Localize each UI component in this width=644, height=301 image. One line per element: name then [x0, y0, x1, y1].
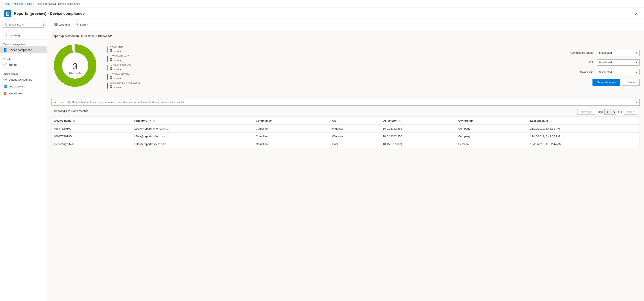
- toolbar: Columns Export: [47, 20, 644, 30]
- svg-line-24: [56, 103, 56, 103]
- cell-os_version: 10.0.18362.356: [380, 133, 456, 140]
- svg-rect-12: [4, 92, 6, 95]
- svg-rect-16: [54, 23, 55, 26]
- sidebar-search-wrap: 🔍 «: [0, 20, 47, 30]
- compliance-status-select-wrap: 5 selected: [597, 50, 640, 56]
- export-label: Export: [80, 23, 88, 27]
- report-area: Report generated on: 11/18/2019, 11:06:4…: [47, 30, 644, 301]
- workbooks-icon: [4, 92, 7, 95]
- legend-bar: [107, 74, 108, 80]
- legend-category: NOT EVALUATED: [110, 73, 129, 76]
- sidebar-label-device-compliance: Device compliance: [8, 48, 32, 52]
- table-row: Reporting's MacLDay@reportmsftem.onm...C…: [52, 140, 640, 148]
- filter-actions: Generate again Cancel: [570, 79, 640, 86]
- cell-primary_upn: LDay@reportmsftem.onm...: [132, 133, 253, 140]
- next-button[interactable]: Next >: [624, 109, 637, 115]
- donut-label: DEVICES: [69, 72, 81, 74]
- legend-bar: [107, 83, 108, 89]
- os-filter: OS 9 selected: [570, 59, 640, 66]
- sidebar-divider-2: [0, 54, 47, 54]
- cell-os: Windows: [330, 133, 380, 140]
- legend-count: 0: [110, 67, 112, 71]
- svg-rect-18: [56, 23, 57, 26]
- pagination: < Previous Page 1 of 1 Next >: [577, 109, 637, 115]
- table-meta-row: Showing 1 to 3 of 3 records < Previous P…: [52, 107, 640, 117]
- sort-icon: ↑↓: [474, 120, 476, 122]
- page-icon: [4, 10, 11, 17]
- sidebar-item-device-compliance[interactable]: Device compliance: [0, 46, 47, 53]
- generate-again-button[interactable]: Generate again: [592, 79, 620, 86]
- sidebar-item-summary[interactable]: Summary: [0, 32, 47, 39]
- cell-os_version: 10.15 (19A603): [380, 140, 456, 148]
- col-header-device_name[interactable]: Device name ↑↓: [52, 117, 132, 125]
- device-compliance-icon: [4, 48, 7, 52]
- os-label: OS: [570, 61, 593, 64]
- sort-icon: ↑↓: [399, 120, 401, 122]
- legend-category: NOT COMPLIANT: [110, 55, 129, 58]
- breadcrumb-sep-2: ›: [33, 2, 34, 5]
- svg-point-4: [4, 34, 6, 36]
- sidebar-item-log-analytics[interactable]: Log analytics: [0, 83, 47, 90]
- sidebar-label-diagnostic: Diagnostic settings: [8, 78, 32, 81]
- page-of: of 1: [618, 110, 622, 113]
- cell-primary_upn: LDay@reportmsftem.onm...: [132, 125, 253, 133]
- legend-text: COMPLIANT 3 devices: [110, 46, 124, 53]
- close-button[interactable]: ✕: [633, 11, 640, 17]
- sort-icon: ↑↓: [153, 120, 155, 122]
- search-clear-icon[interactable]: ✕: [635, 101, 638, 104]
- cancel-button[interactable]: Cancel: [622, 79, 640, 86]
- ownership-select[interactable]: 3 selected: [597, 69, 640, 75]
- breadcrumb-home[interactable]: Home: [4, 2, 10, 5]
- legend-text: NOT EVALUATED 0 devices: [110, 73, 129, 80]
- sidebar-item-trends[interactable]: Trends: [0, 61, 47, 68]
- summary-icon: [4, 33, 7, 37]
- legend-count: 3: [110, 49, 112, 53]
- cell-compliance: Compliant: [253, 133, 330, 140]
- page-select[interactable]: 1: [604, 109, 616, 115]
- col-header-last_checkin[interactable]: Last check-in ↑↓: [528, 117, 640, 125]
- donut-chart: 3 DEVICES: [52, 42, 99, 94]
- legend-unit: devices: [113, 68, 121, 71]
- cell-compliance: Compliant: [253, 140, 330, 148]
- section-label-azure-monitor: Azure monitor: [0, 70, 47, 76]
- sidebar-item-diagnostic-settings[interactable]: Diagnostic settings: [0, 76, 47, 83]
- cell-os_version: 10.0.18362.356: [380, 125, 456, 133]
- columns-button[interactable]: Columns: [52, 22, 72, 28]
- table-search-input[interactable]: [52, 99, 640, 106]
- col-header-compliance[interactable]: Compliance ↑↓: [253, 117, 330, 125]
- col-header-primary_upn[interactable]: Primary UPN ↑↓: [132, 117, 253, 125]
- export-button[interactable]: Export: [73, 22, 91, 28]
- os-select[interactable]: 9 selected: [597, 59, 640, 66]
- breadcrumb-intune[interactable]: Microsoft Intune: [14, 2, 32, 5]
- col-header-ownership[interactable]: Ownership ↑↓: [456, 117, 528, 125]
- export-icon: [76, 23, 79, 27]
- compliance-status-label: Compliance status: [570, 51, 593, 54]
- legend-item: NOT COMPLIANT 0 devices: [107, 55, 154, 62]
- log-analytics-icon: [4, 85, 7, 88]
- col-header-os[interactable]: OS ↑↓: [330, 117, 380, 125]
- cell-primary_upn: LDay@reportmsftem.onm...: [132, 140, 253, 148]
- os-select-wrap: 9 selected: [597, 59, 640, 66]
- legend-bar: [107, 65, 108, 71]
- sidebar-item-workbooks[interactable]: Workbooks: [0, 90, 47, 97]
- compliance-status-select[interactable]: 5 selected: [597, 50, 640, 56]
- search-input[interactable]: [2, 22, 44, 28]
- sidebar-nav: Summary Device management Device complia…: [0, 30, 47, 301]
- cell-os: Windows: [330, 125, 380, 133]
- diagnostic-icon: [4, 78, 7, 81]
- sidebar-label-log-analytics: Log analytics: [8, 85, 25, 88]
- legend-text: NOT COMPLIANT 0 devices: [110, 55, 129, 62]
- sidebar-divider-1: [0, 39, 47, 40]
- svg-rect-17: [56, 23, 56, 26]
- previous-button[interactable]: < Previous: [577, 109, 595, 115]
- cell-device_name: IGNITE2019C: [52, 125, 132, 133]
- sort-icon: ↑↓: [273, 120, 276, 122]
- main-content: Columns Export Report generated on: 11/1…: [47, 20, 644, 301]
- legend-count: 0: [110, 76, 112, 80]
- collapse-sidebar-button[interactable]: «: [43, 23, 44, 27]
- sidebar-label-trends: Trends: [8, 63, 17, 66]
- page-label: Page: [597, 110, 603, 113]
- legend-unit: devices: [113, 77, 121, 80]
- col-header-os_version[interactable]: OS version ↑↓: [380, 117, 456, 125]
- svg-rect-2: [7, 15, 8, 16]
